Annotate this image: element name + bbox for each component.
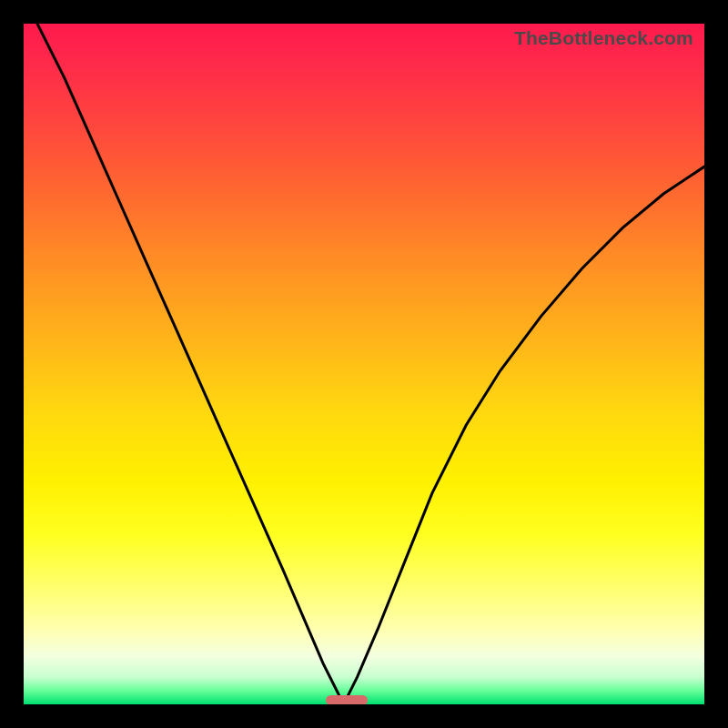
curve-right-branch <box>344 167 704 704</box>
bottleneck-curve <box>24 24 704 704</box>
plot-area: TheBottleneck.com <box>24 24 704 704</box>
optimal-marker <box>326 695 368 704</box>
watermark-text: TheBottleneck.com <box>514 27 693 49</box>
curve-left-branch <box>37 24 344 704</box>
chart-frame: TheBottleneck.com <box>0 0 728 728</box>
